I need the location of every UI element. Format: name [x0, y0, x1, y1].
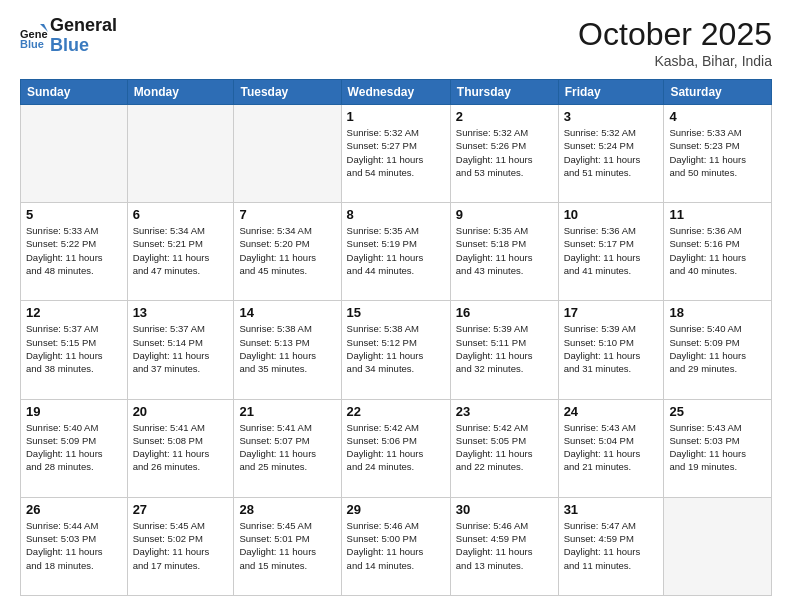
week-row-4: 26Sunrise: 5:44 AMSunset: 5:03 PMDayligh…: [21, 497, 772, 595]
day-info: Sunrise: 5:35 AMSunset: 5:18 PMDaylight:…: [456, 224, 553, 277]
day-number: 29: [347, 502, 445, 517]
day-number: 1: [347, 109, 445, 124]
header-sunday: Sunday: [21, 80, 128, 105]
day-number: 31: [564, 502, 659, 517]
day-cell: 2Sunrise: 5:32 AMSunset: 5:26 PMDaylight…: [450, 105, 558, 203]
day-info: Sunrise: 5:41 AMSunset: 5:08 PMDaylight:…: [133, 421, 229, 474]
header-saturday: Saturday: [664, 80, 772, 105]
day-info: Sunrise: 5:40 AMSunset: 5:09 PMDaylight:…: [669, 322, 766, 375]
day-cell: 16Sunrise: 5:39 AMSunset: 5:11 PMDayligh…: [450, 301, 558, 399]
day-number: 9: [456, 207, 553, 222]
day-info: Sunrise: 5:41 AMSunset: 5:07 PMDaylight:…: [239, 421, 335, 474]
week-row-3: 19Sunrise: 5:40 AMSunset: 5:09 PMDayligh…: [21, 399, 772, 497]
day-number: 6: [133, 207, 229, 222]
day-number: 20: [133, 404, 229, 419]
day-info: Sunrise: 5:33 AMSunset: 5:22 PMDaylight:…: [26, 224, 122, 277]
day-info: Sunrise: 5:38 AMSunset: 5:13 PMDaylight:…: [239, 322, 335, 375]
day-info: Sunrise: 5:32 AMSunset: 5:27 PMDaylight:…: [347, 126, 445, 179]
day-cell: 18Sunrise: 5:40 AMSunset: 5:09 PMDayligh…: [664, 301, 772, 399]
day-info: Sunrise: 5:44 AMSunset: 5:03 PMDaylight:…: [26, 519, 122, 572]
header-thursday: Thursday: [450, 80, 558, 105]
day-cell: 13Sunrise: 5:37 AMSunset: 5:14 PMDayligh…: [127, 301, 234, 399]
header-friday: Friday: [558, 80, 664, 105]
day-info: Sunrise: 5:45 AMSunset: 5:02 PMDaylight:…: [133, 519, 229, 572]
day-cell: 1Sunrise: 5:32 AMSunset: 5:27 PMDaylight…: [341, 105, 450, 203]
day-number: 7: [239, 207, 335, 222]
day-cell: [234, 105, 341, 203]
day-cell: 28Sunrise: 5:45 AMSunset: 5:01 PMDayligh…: [234, 497, 341, 595]
day-cell: 29Sunrise: 5:46 AMSunset: 5:00 PMDayligh…: [341, 497, 450, 595]
day-info: Sunrise: 5:36 AMSunset: 5:17 PMDaylight:…: [564, 224, 659, 277]
month-title: October 2025: [578, 16, 772, 53]
day-number: 12: [26, 305, 122, 320]
location: Kasba, Bihar, India: [578, 53, 772, 69]
day-info: Sunrise: 5:34 AMSunset: 5:21 PMDaylight:…: [133, 224, 229, 277]
day-cell: 7Sunrise: 5:34 AMSunset: 5:20 PMDaylight…: [234, 203, 341, 301]
header-wednesday: Wednesday: [341, 80, 450, 105]
day-info: Sunrise: 5:35 AMSunset: 5:19 PMDaylight:…: [347, 224, 445, 277]
day-info: Sunrise: 5:46 AMSunset: 4:59 PMDaylight:…: [456, 519, 553, 572]
day-cell: 22Sunrise: 5:42 AMSunset: 5:06 PMDayligh…: [341, 399, 450, 497]
day-number: 18: [669, 305, 766, 320]
day-number: 21: [239, 404, 335, 419]
day-cell: 10Sunrise: 5:36 AMSunset: 5:17 PMDayligh…: [558, 203, 664, 301]
day-number: 11: [669, 207, 766, 222]
day-cell: [21, 105, 128, 203]
day-cell: 3Sunrise: 5:32 AMSunset: 5:24 PMDaylight…: [558, 105, 664, 203]
week-row-0: 1Sunrise: 5:32 AMSunset: 5:27 PMDaylight…: [21, 105, 772, 203]
day-info: Sunrise: 5:33 AMSunset: 5:23 PMDaylight:…: [669, 126, 766, 179]
day-number: 10: [564, 207, 659, 222]
title-block: October 2025 Kasba, Bihar, India: [578, 16, 772, 69]
day-cell: 27Sunrise: 5:45 AMSunset: 5:02 PMDayligh…: [127, 497, 234, 595]
logo-text: General Blue: [50, 16, 117, 56]
day-info: Sunrise: 5:42 AMSunset: 5:05 PMDaylight:…: [456, 421, 553, 474]
day-cell: 31Sunrise: 5:47 AMSunset: 4:59 PMDayligh…: [558, 497, 664, 595]
day-info: Sunrise: 5:32 AMSunset: 5:24 PMDaylight:…: [564, 126, 659, 179]
day-cell: 9Sunrise: 5:35 AMSunset: 5:18 PMDaylight…: [450, 203, 558, 301]
day-cell: 14Sunrise: 5:38 AMSunset: 5:13 PMDayligh…: [234, 301, 341, 399]
week-row-2: 12Sunrise: 5:37 AMSunset: 5:15 PMDayligh…: [21, 301, 772, 399]
day-cell: 15Sunrise: 5:38 AMSunset: 5:12 PMDayligh…: [341, 301, 450, 399]
day-info: Sunrise: 5:46 AMSunset: 5:00 PMDaylight:…: [347, 519, 445, 572]
logo-icon: General Blue: [20, 22, 48, 50]
day-number: 22: [347, 404, 445, 419]
week-row-1: 5Sunrise: 5:33 AMSunset: 5:22 PMDaylight…: [21, 203, 772, 301]
day-cell: 25Sunrise: 5:43 AMSunset: 5:03 PMDayligh…: [664, 399, 772, 497]
day-number: 2: [456, 109, 553, 124]
day-cell: 4Sunrise: 5:33 AMSunset: 5:23 PMDaylight…: [664, 105, 772, 203]
header-monday: Monday: [127, 80, 234, 105]
day-cell: 24Sunrise: 5:43 AMSunset: 5:04 PMDayligh…: [558, 399, 664, 497]
logo: General Blue General Blue: [20, 16, 117, 56]
day-number: 5: [26, 207, 122, 222]
day-info: Sunrise: 5:47 AMSunset: 4:59 PMDaylight:…: [564, 519, 659, 572]
day-number: 27: [133, 502, 229, 517]
day-cell: 12Sunrise: 5:37 AMSunset: 5:15 PMDayligh…: [21, 301, 128, 399]
day-number: 25: [669, 404, 766, 419]
page: General Blue General Blue October 2025 K…: [0, 0, 792, 612]
day-info: Sunrise: 5:45 AMSunset: 5:01 PMDaylight:…: [239, 519, 335, 572]
day-number: 28: [239, 502, 335, 517]
day-number: 24: [564, 404, 659, 419]
day-header-row: Sunday Monday Tuesday Wednesday Thursday…: [21, 80, 772, 105]
day-number: 16: [456, 305, 553, 320]
day-info: Sunrise: 5:37 AMSunset: 5:15 PMDaylight:…: [26, 322, 122, 375]
header: General Blue General Blue October 2025 K…: [20, 16, 772, 69]
calendar: Sunday Monday Tuesday Wednesday Thursday…: [20, 79, 772, 596]
day-info: Sunrise: 5:37 AMSunset: 5:14 PMDaylight:…: [133, 322, 229, 375]
day-info: Sunrise: 5:38 AMSunset: 5:12 PMDaylight:…: [347, 322, 445, 375]
day-info: Sunrise: 5:42 AMSunset: 5:06 PMDaylight:…: [347, 421, 445, 474]
day-cell: 17Sunrise: 5:39 AMSunset: 5:10 PMDayligh…: [558, 301, 664, 399]
day-cell: 21Sunrise: 5:41 AMSunset: 5:07 PMDayligh…: [234, 399, 341, 497]
day-number: 3: [564, 109, 659, 124]
day-number: 15: [347, 305, 445, 320]
day-cell: [127, 105, 234, 203]
day-number: 17: [564, 305, 659, 320]
day-number: 19: [26, 404, 122, 419]
day-cell: 5Sunrise: 5:33 AMSunset: 5:22 PMDaylight…: [21, 203, 128, 301]
day-info: Sunrise: 5:43 AMSunset: 5:03 PMDaylight:…: [669, 421, 766, 474]
day-cell: 23Sunrise: 5:42 AMSunset: 5:05 PMDayligh…: [450, 399, 558, 497]
svg-text:Blue: Blue: [20, 38, 44, 50]
day-cell: 6Sunrise: 5:34 AMSunset: 5:21 PMDaylight…: [127, 203, 234, 301]
day-info: Sunrise: 5:39 AMSunset: 5:10 PMDaylight:…: [564, 322, 659, 375]
day-cell: 8Sunrise: 5:35 AMSunset: 5:19 PMDaylight…: [341, 203, 450, 301]
